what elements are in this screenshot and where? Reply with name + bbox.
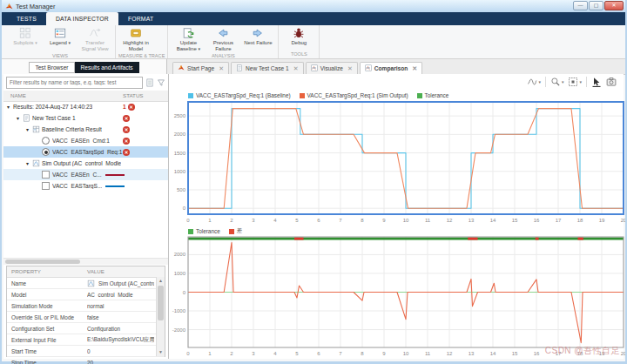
svg-text:500: 500 <box>177 187 186 192</box>
difference-chart-legend: Tolerance差 <box>188 227 242 235</box>
radio-button[interactable] <box>42 148 50 156</box>
svg-text:2000: 2000 <box>174 252 186 257</box>
legend-item: VACC_EASTargSpd_Req:1 (Baseline) <box>188 92 291 98</box>
svg-text:1500: 1500 <box>174 151 186 156</box>
maximize-button[interactable]: ▢ <box>589 1 603 10</box>
svg-text:5: 5 <box>295 351 299 356</box>
property-scrollbar[interactable]: ▲ ▼ <box>156 277 165 356</box>
tab-test-browser[interactable]: Test Browser <box>29 62 74 73</box>
status-cell: ✕ <box>123 149 130 156</box>
baseline-result-icon <box>32 125 40 133</box>
ribbon-group-label: TOOLS <box>281 51 316 58</box>
svg-text:2000: 2000 <box>174 131 186 137</box>
close-tab-icon[interactable]: ✕ <box>412 65 417 72</box>
tree-item[interactable]: ▾Sim Output (AC_control_Modle <box>3 158 168 169</box>
document-tab-comparison[interactable]: Comparison✕ <box>360 62 422 74</box>
debug-button[interactable]: Debug <box>281 26 316 51</box>
chart-toolbar: ▾▾▾ <box>527 77 617 87</box>
tree-item[interactable]: VACC_EASEn_C... <box>3 169 168 180</box>
minimize-button[interactable]: — <box>573 1 588 10</box>
previous-failure-button[interactable]: Previous Failure <box>206 26 240 52</box>
scroll-up-arrow[interactable]: ▲ <box>157 277 165 285</box>
close-tab-icon[interactable]: ✕ <box>347 65 353 72</box>
ribbon-tab-data-inspector[interactable]: DATA INSPECTOR <box>46 12 118 25</box>
svg-text:2: 2 <box>230 351 233 356</box>
tree-horizontal-scrollbar[interactable] <box>3 258 168 265</box>
svg-text:13: 13 <box>469 351 475 356</box>
camera-icon[interactable] <box>606 77 617 87</box>
property-row: Simulation Modenormal <box>7 300 165 312</box>
signal-style-icon[interactable]: ▾ <box>527 77 541 87</box>
update-baseline-button[interactable]: Update Baseline ▾ <box>171 26 206 52</box>
expander-icon[interactable]: ▾ <box>7 104 13 110</box>
highlight-in-model-button[interactable]: Highlight in Model <box>118 26 153 52</box>
svg-text:17: 17 <box>556 218 562 223</box>
svg-text:2500: 2500 <box>174 113 186 118</box>
document-tab-start-page[interactable]: Start Page✕ <box>172 62 229 74</box>
comparison-chart-legend: VACC_EASTargSpd_Req:1 (Baseline)VACC_EAS… <box>188 92 448 98</box>
property-panel: PROPERTY VALUE NameSim Output (AC_contro… <box>6 266 165 357</box>
tree-item[interactable]: ▾Results: 2024-Aug-27 14:40:231✕ <box>3 101 168 112</box>
difference-chart[interactable]: 01234567891011121314151617181920-2000-10… <box>169 235 625 359</box>
svg-text:7: 7 <box>339 218 342 223</box>
scrollbar-thumb[interactable] <box>158 286 164 320</box>
ribbon-tab-tests[interactable]: TESTS <box>7 12 46 25</box>
property-row: Configuration SetConfiguration <box>7 323 165 334</box>
checkbox[interactable] <box>42 182 50 190</box>
pointer-icon[interactable] <box>591 77 602 87</box>
ribbon-tab-format[interactable]: FORMAT <box>118 12 163 25</box>
ribbon-toolbar: Subplots ▾Legend ▾Transfer Signal ViewVI… <box>2 25 625 59</box>
expander-icon[interactable]: ▾ <box>26 160 32 166</box>
report-icon[interactable] <box>145 75 154 91</box>
status-cell: ✕ <box>123 115 130 122</box>
status-column-header: STATUS <box>123 92 144 98</box>
signal-line-sample <box>105 174 125 176</box>
document-tab-new-test-case-[interactable]: New Test Case 1✕ <box>231 62 304 74</box>
svg-text:-1000: -1000 <box>172 308 186 313</box>
tree-item[interactable]: ▾Baseline Criteria Result✕ <box>3 124 168 135</box>
close-button[interactable]: ✕ <box>604 1 624 10</box>
comparison-view: ▾▾▾ VACC_EASTargSpd_Req:1 (Baseline)VACC… <box>169 74 624 359</box>
tree-item[interactable]: VACC_EASEn_Cmd:1✕ <box>3 135 168 146</box>
tree-item[interactable]: VACC_EASTargSpd_Req:1✕ <box>3 146 168 158</box>
zoom-icon[interactable]: ▾ <box>550 77 564 87</box>
chevron-down-icon: ▾ <box>69 40 71 45</box>
legend-item: VACC_EASTargSpd_Req:1 (Sim Output) <box>300 92 408 98</box>
filter-input[interactable] <box>6 77 143 89</box>
svg-text:6: 6 <box>317 218 320 223</box>
comparison-chart[interactable]: 0123456789101112131415161718192005001000… <box>169 100 625 226</box>
svg-text:20: 20 <box>621 218 625 223</box>
divider <box>586 77 587 87</box>
svg-text:12: 12 <box>447 218 453 223</box>
legend-button[interactable]: Legend ▾ <box>43 26 78 52</box>
expander-icon[interactable]: ▾ <box>17 115 23 121</box>
watermark: CSDN @吾性自足 <box>545 345 620 357</box>
ribbon-group: Highlight in ModelMEASURE & TRACE <box>116 25 168 58</box>
svg-text:20: 20 <box>621 351 625 356</box>
radio-button[interactable] <box>42 137 50 145</box>
close-tab-icon[interactable]: ✕ <box>219 65 224 72</box>
svg-text:18: 18 <box>577 218 583 223</box>
highlight-model-icon <box>130 27 142 39</box>
left-panel-tabs: Test BrowserResults and Artifacts <box>2 59 167 75</box>
status-cell: ✕ <box>123 126 130 133</box>
ribbon-tab-bar: TESTSDATA INSPECTORFORMAT <box>2 12 625 25</box>
document-tab-visualize[interactable]: Visualize✕ <box>306 62 358 74</box>
close-tab-icon[interactable]: ✕ <box>293 65 299 72</box>
subplots-icon <box>19 27 31 39</box>
scrollbar-thumb[interactable] <box>5 260 80 264</box>
expander-icon[interactable]: ▾ <box>26 126 32 132</box>
fit-view-icon[interactable]: ▾ <box>568 77 582 87</box>
svg-text:0: 0 <box>183 206 186 211</box>
tab-results-and-artifacts[interactable]: Results and Artifacts <box>75 62 139 73</box>
scroll-down-arrow[interactable]: ▼ <box>157 348 165 356</box>
tree-item[interactable]: ▾New Test Case 1✕ <box>3 112 168 124</box>
ribbon-group: DebugTOOLS <box>279 25 320 58</box>
checkbox[interactable] <box>42 171 50 179</box>
chart-doc-icon <box>365 64 372 72</box>
next-failure-button[interactable]: Next Failure <box>240 26 275 52</box>
svg-text:6: 6 <box>317 351 320 356</box>
filter-funnel-icon[interactable] <box>157 75 165 91</box>
results-panel: NAME STATUS ▾Results: 2024-Aug-27 14:40:… <box>3 74 169 359</box>
tree-item[interactable]: VACC_EASTargS... <box>3 180 168 192</box>
